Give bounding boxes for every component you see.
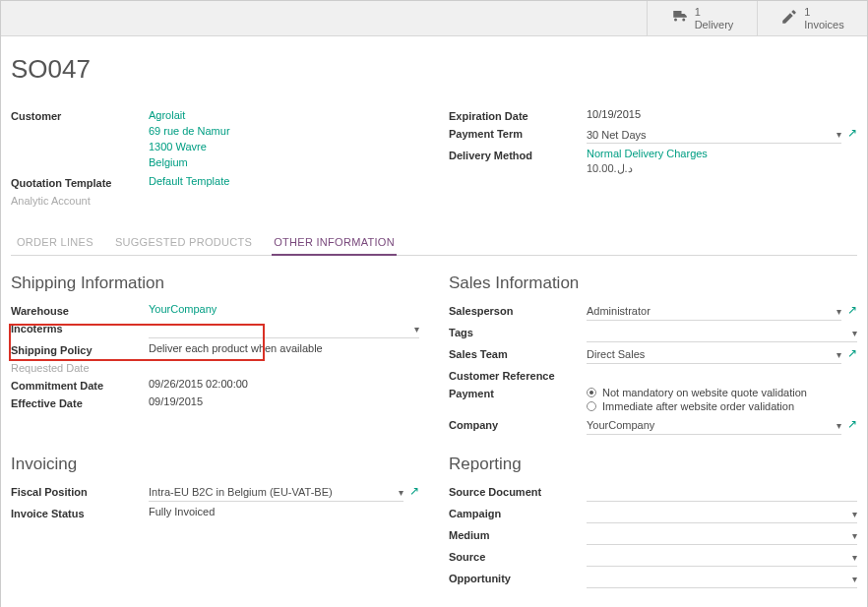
- external-link-icon[interactable]: ↗: [409, 484, 419, 498]
- caret-down-icon[interactable]: ▾: [837, 420, 841, 431]
- caret-down-icon[interactable]: ▾: [852, 328, 857, 338]
- caret-down-icon[interactable]: ▾: [852, 509, 857, 519]
- tab-suggested-products[interactable]: SUGGESTED PRODUCTS: [113, 230, 254, 255]
- template-label: Quotation Template: [11, 175, 149, 189]
- page-title: SO047: [11, 54, 857, 85]
- external-link-icon[interactable]: ↗: [847, 417, 857, 431]
- invoices-label: Invoices: [804, 19, 843, 30]
- sales-heading: Sales Information: [449, 273, 857, 293]
- sales-team-value: Direct Sales: [587, 347, 833, 361]
- payment-term-label: Payment Term: [449, 126, 587, 140]
- delivery-method-label: Delivery Method: [449, 148, 587, 161]
- medium-label: Medium: [449, 527, 587, 541]
- effective-date-label: Effective Date: [11, 395, 149, 409]
- template-link[interactable]: Default Template: [149, 175, 229, 187]
- company-field[interactable]: YourCompany ▾: [587, 417, 841, 435]
- stat-delivery[interactable]: 1 Delivery: [647, 1, 757, 35]
- shipping-policy-value: Deliver each product when available: [149, 342, 419, 354]
- customer-name-link[interactable]: Agrolait: [149, 109, 185, 121]
- reporting-heading: Reporting: [449, 455, 857, 474]
- invoices-count: 1: [804, 6, 843, 18]
- sales-team-field[interactable]: Direct Sales ▾: [587, 346, 841, 364]
- commitment-date-label: Commitment Date: [11, 378, 149, 392]
- salesperson-value: Administrator: [587, 304, 833, 318]
- source-field[interactable]: ▾: [587, 549, 857, 567]
- custref-label: Customer Reference: [449, 368, 587, 382]
- fiscal-value: Intra-EU B2C in Belgium (EU-VAT-BE): [149, 485, 395, 499]
- fiscal-field[interactable]: Intra-EU B2C in Belgium (EU-VAT-BE) ▾: [149, 484, 403, 502]
- commitment-date-value: 09/26/2015 02:00:00: [149, 378, 419, 390]
- delivery-amount: د.ل.10.00: [587, 159, 857, 175]
- tab-other-information[interactable]: OTHER INFORMATION: [272, 230, 397, 256]
- expiration-value: 10/19/2015: [587, 108, 857, 120]
- invoice-status-value: Fully Invoiced: [149, 506, 419, 517]
- tags-field[interactable]: ▾: [587, 325, 857, 342]
- caret-down-icon[interactable]: ▾: [414, 324, 419, 334]
- opportunity-field[interactable]: ▾: [587, 571, 857, 588]
- tags-label: Tags: [449, 325, 587, 338]
- salesperson-label: Salesperson: [449, 303, 587, 317]
- caret-down-icon[interactable]: ▾: [837, 349, 841, 360]
- company-label: Company: [449, 417, 587, 431]
- payment-term-field[interactable]: 30 Net Days ▾: [587, 126, 841, 144]
- external-link-icon[interactable]: ↗: [847, 303, 857, 317]
- truck-icon: [671, 8, 689, 29]
- caret-down-icon[interactable]: ▾: [399, 487, 403, 498]
- incoterms-field[interactable]: ▾: [149, 321, 419, 338]
- payment-opt2-label: Immediate after website order validation: [602, 400, 794, 412]
- delivery-method-link[interactable]: Normal Delivery Charges: [587, 148, 708, 159]
- effective-date-value: 09/19/2015: [149, 395, 419, 407]
- pencil-note-icon: [780, 8, 798, 29]
- tags-value: [587, 332, 848, 334]
- invoice-status-label: Invoice Status: [11, 506, 149, 519]
- fiscal-label: Fiscal Position: [11, 484, 149, 498]
- incoterms-label: Incoterms: [11, 321, 149, 334]
- radio-unselected-icon: [587, 401, 596, 411]
- payment-option-2[interactable]: Immediate after website order validation: [587, 399, 857, 413]
- opportunity-label: Opportunity: [449, 571, 587, 584]
- source-label: Source: [449, 549, 587, 563]
- medium-field[interactable]: ▾: [587, 527, 857, 545]
- shipping-heading: Shipping Information: [11, 273, 419, 293]
- caret-down-icon[interactable]: ▾: [852, 552, 857, 563]
- caret-down-icon[interactable]: ▾: [852, 574, 857, 584]
- campaign-field[interactable]: ▾: [587, 506, 857, 523]
- tab-order-lines[interactable]: ORDER LINES: [15, 230, 95, 255]
- payment-option-1[interactable]: Not mandatory on website quote validatio…: [587, 386, 857, 399]
- caret-down-icon[interactable]: ▾: [852, 530, 857, 541]
- customer-addr2: 1300 Wavre: [149, 141, 207, 152]
- company-value: YourCompany: [587, 418, 833, 432]
- delivery-count: 1: [695, 6, 734, 18]
- external-link-icon[interactable]: ↗: [847, 126, 857, 140]
- source-doc-label: Source Document: [449, 484, 587, 498]
- source-doc-field[interactable]: [587, 484, 857, 502]
- payment-opt1-label: Not mandatory on website quote validatio…: [602, 387, 807, 398]
- requested-date-label: Requested Date: [11, 360, 149, 374]
- campaign-label: Campaign: [449, 506, 587, 519]
- radio-selected-icon: [587, 388, 596, 397]
- salesperson-field[interactable]: Administrator ▾: [587, 303, 841, 321]
- warehouse-value[interactable]: YourCompany: [149, 303, 217, 315]
- analytic-label: Analytic Account: [11, 193, 149, 207]
- caret-down-icon[interactable]: ▾: [837, 129, 841, 140]
- incoterms-value: [149, 328, 410, 330]
- delivery-label: Delivery: [695, 19, 734, 30]
- payment-label: Payment: [449, 386, 587, 399]
- invoicing-heading: Invoicing: [11, 455, 419, 474]
- customer-label: Customer: [11, 108, 149, 122]
- warehouse-label: Warehouse: [11, 303, 149, 317]
- sales-team-label: Sales Team: [449, 346, 587, 360]
- shipping-policy-label: Shipping Policy: [11, 342, 149, 356]
- customer-addr1: 69 rue de Namur: [149, 125, 230, 137]
- external-link-icon[interactable]: ↗: [847, 346, 857, 360]
- stat-invoices[interactable]: 1 Invoices: [757, 1, 867, 35]
- expiration-label: Expiration Date: [449, 108, 587, 122]
- payment-term-value: 30 Net Days: [587, 128, 833, 142]
- customer-addr3: Belgium: [149, 156, 188, 168]
- caret-down-icon[interactable]: ▾: [837, 306, 841, 317]
